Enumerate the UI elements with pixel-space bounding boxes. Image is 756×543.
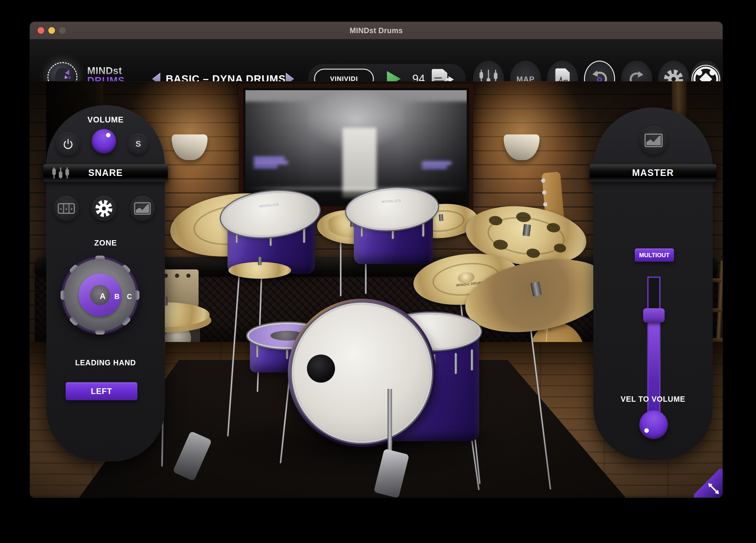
zone-lug (61, 290, 65, 300)
tom-lug (422, 220, 425, 236)
vel-to-volume-label: VEL TO VOLUME (593, 395, 713, 404)
master-header-band: MASTER (590, 164, 716, 181)
tv-screen-bar (254, 165, 278, 168)
cymbal-hole (554, 243, 567, 253)
studio-scene: MINDst DRUMS (30, 81, 723, 498)
curve-icon (134, 202, 151, 215)
splash-cymbal[interactable] (228, 262, 291, 279)
vel-to-volume-knob[interactable] (639, 410, 668, 439)
curve-icon (644, 133, 663, 147)
cymbal-nut (531, 282, 542, 297)
tv-purple-screen-right (422, 161, 451, 185)
tv-reflection (245, 90, 467, 204)
resize-arrows-icon (707, 482, 720, 495)
head-brand-label: MODALICS (382, 199, 401, 204)
zone-lug (95, 256, 105, 260)
guitar-tuner (542, 190, 546, 195)
volume-label: VOLUME (46, 115, 165, 124)
master-curve-button[interactable] (639, 126, 668, 155)
guitar-tuner (541, 178, 546, 183)
tv-screen-bar (254, 161, 288, 164)
kick-port-hole (307, 355, 335, 383)
master-panel: MASTER MULTIOUT VEL TO VOLUME (593, 107, 713, 460)
tv-screen-bar (254, 157, 285, 160)
settings-gear-icon (94, 199, 113, 218)
solo-button[interactable]: S (128, 133, 149, 154)
tv-screen-bar (422, 161, 451, 164)
tv-purple-screen-left (254, 157, 288, 188)
titlebar[interactable]: MINDst Drums (30, 22, 723, 39)
instrument-name: SNARE (88, 167, 123, 178)
tom-lug (303, 226, 305, 243)
cymbal-nut (523, 224, 531, 236)
doc-line (434, 77, 442, 79)
tv-ledge-highlight (247, 188, 465, 189)
mandala-petal (709, 70, 715, 76)
fader-knob (65, 169, 69, 176)
power-button[interactable] (56, 132, 80, 156)
zone-selector[interactable]: A B C (62, 257, 138, 333)
leading-hand-label: LEADING HAND (46, 359, 165, 367)
zone-a-label: A (100, 292, 106, 301)
grid-icon (58, 202, 75, 214)
instrument-header-band: SNARE (43, 164, 168, 181)
zone-label: ZONE (46, 238, 165, 247)
toolbar: MINDst DRUMS BASIC – DYNA DRUMS VINIVIDI… (30, 39, 723, 81)
fader-knob (59, 171, 62, 178)
solo-label: S (128, 133, 149, 154)
settings-view-button[interactable] (91, 196, 116, 221)
mandala-petal (696, 70, 702, 76)
multiout-button[interactable]: MULTIOUT (635, 248, 674, 261)
resize-grip[interactable] (694, 469, 723, 498)
power-icon (62, 137, 75, 151)
knob-indicator (644, 428, 649, 433)
brand-name-line1: MINDst (87, 66, 125, 76)
floor-tom-lug (471, 350, 473, 370)
app-window: MINDst Drums MINDst DRUMS BASIC – DYNA D… (30, 22, 723, 498)
layers-view-button[interactable] (54, 196, 79, 221)
fader-knob (52, 168, 56, 175)
head-brand-label: MODALICS (259, 202, 279, 208)
master-volume-slider[interactable] (647, 277, 660, 429)
cymbal-nut (258, 257, 262, 265)
zone-lug (95, 330, 105, 335)
floor-tom-lug (454, 353, 457, 374)
spark-icon (68, 76, 71, 79)
tv-screen-bar (422, 166, 447, 169)
instrument-panel: VOLUME S (46, 105, 165, 462)
volume-knob[interactable] (92, 129, 116, 153)
zone-c-label: C (127, 293, 132, 301)
amp-knob (175, 274, 179, 278)
mixer-icon[interactable] (51, 167, 71, 179)
amp-knob (186, 274, 190, 278)
snare-lug (256, 343, 259, 357)
fader-knob (494, 73, 497, 79)
cymbal-nut (439, 214, 443, 221)
desktop-background: MINDst Drums MINDst DRUMS BASIC – DYNA D… (0, 0, 756, 543)
master-label: MASTER (632, 167, 674, 178)
zone-b-label: B (114, 293, 119, 301)
zone-lug (135, 290, 139, 300)
window-title: MINDst Drums (30, 22, 723, 39)
tv-monitor-silhouette (342, 128, 377, 197)
guitar-tuner (543, 202, 548, 207)
tv-screen (239, 84, 473, 210)
fader-knob (480, 72, 483, 79)
velocity-curve-button[interactable] (130, 196, 155, 221)
tv-glass (245, 90, 467, 204)
knob-indicator (106, 133, 110, 137)
leading-hand-toggle[interactable]: LEFT (66, 382, 137, 400)
slider-handle[interactable] (643, 308, 665, 323)
